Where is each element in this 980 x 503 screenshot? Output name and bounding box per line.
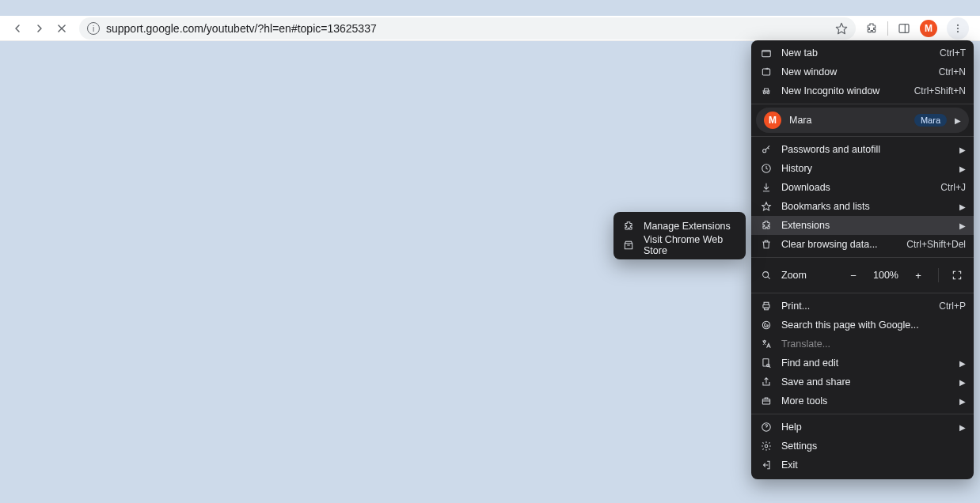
toolbar-divider (887, 21, 888, 36)
tab-icon (759, 47, 773, 59)
shortcut-text: Ctrl+T (940, 47, 966, 59)
shortcut-text: Ctrl+J (940, 182, 966, 193)
svg-point-12 (763, 149, 766, 153)
bookmark-star-icon[interactable] (835, 22, 848, 35)
side-panel-icon[interactable] (898, 22, 910, 35)
menu-more-tools[interactable]: More tools ▶ (751, 391, 974, 410)
chevron-right-icon: ▶ (959, 146, 966, 154)
menu-item-label: Settings (781, 441, 966, 452)
fullscreen-button[interactable] (948, 267, 966, 284)
menu-separator (751, 293, 974, 293)
menu-item-label: History (781, 163, 952, 174)
arrow-right-icon (33, 22, 46, 35)
extensions-submenu: Manage Extensions Visit Chrome Web Store (613, 212, 746, 259)
address-bar[interactable]: i support.google.com/youtubetv/?hl=en#to… (79, 17, 856, 40)
menu-passwords[interactable]: Passwords and autofill ▶ (751, 140, 974, 159)
svg-rect-15 (763, 304, 769, 308)
svg-point-11 (767, 92, 769, 94)
menu-item-label: Exit (781, 460, 966, 471)
forward-button[interactable] (28, 17, 51, 40)
chevron-right-icon: ▶ (955, 116, 961, 125)
site-info-icon[interactable]: i (87, 22, 100, 35)
menu-separator (751, 104, 974, 104)
svg-rect-17 (763, 359, 769, 366)
menu-item-label: Extensions (781, 220, 952, 231)
svg-point-21 (765, 444, 768, 448)
chevron-right-icon: ▶ (959, 423, 966, 432)
translate-icon (759, 338, 773, 350)
shortcut-text: Ctrl+Shift+N (914, 85, 966, 96)
star-icon (759, 201, 773, 212)
menu-zoom: Zoom − 100% + (751, 261, 974, 289)
submenu-web-store[interactable]: Visit Chrome Web Store (613, 236, 746, 255)
menu-item-label: Find and edit (781, 357, 952, 369)
puzzle-icon (759, 220, 773, 231)
zoom-out-button[interactable]: − (845, 267, 862, 284)
shortcut-text: Ctrl+N (939, 66, 966, 78)
zoom-controls: − 100% + (845, 267, 966, 284)
menu-separator (751, 257, 974, 258)
menu-downloads[interactable]: Downloads Ctrl+J (751, 178, 974, 197)
svg-marker-13 (762, 202, 771, 210)
svg-point-5 (957, 25, 959, 26)
menu-print[interactable]: Print... Ctrl+P (751, 297, 974, 316)
menu-new-window[interactable]: New window Ctrl+N (751, 62, 974, 81)
stop-button[interactable] (51, 17, 73, 40)
google-icon (759, 320, 773, 331)
puzzle-icon (621, 221, 636, 232)
extensions-icon[interactable] (865, 22, 878, 35)
svg-point-10 (763, 92, 765, 94)
svg-rect-9 (762, 69, 769, 75)
svg-rect-19 (762, 399, 769, 404)
menu-item-label: Print... (781, 301, 931, 312)
history-icon (759, 163, 773, 174)
menu-find-edit[interactable]: Find and edit ▶ (751, 354, 974, 373)
printer-icon (759, 301, 773, 312)
menu-profile[interactable]: M Mara Mara ▶ (756, 108, 969, 133)
document-search-icon (759, 357, 773, 369)
zoom-in-button[interactable]: + (910, 267, 927, 284)
profile-name: Mara (789, 115, 906, 126)
zoom-value: 100% (870, 270, 902, 281)
chevron-right-icon: ▶ (959, 359, 966, 368)
menu-separator (751, 414, 974, 414)
svg-rect-8 (762, 51, 771, 57)
submenu-item-label: Manage Extensions (644, 221, 738, 232)
arrow-left-icon (11, 22, 24, 35)
menu-item-label: Passwords and autofill (781, 144, 952, 155)
menu-search-page[interactable]: Search this page with Google... (751, 316, 974, 335)
menu-button[interactable] (947, 17, 969, 40)
menu-extensions[interactable]: Extensions ▶ (751, 216, 974, 235)
profile-avatar[interactable]: M (920, 20, 937, 37)
menu-bookmarks[interactable]: Bookmarks and lists ▶ (751, 197, 974, 216)
svg-point-7 (957, 31, 959, 32)
magnifier-icon (759, 270, 773, 281)
close-icon (56, 23, 67, 34)
menu-item-label: More tools (781, 395, 952, 407)
svg-point-14 (763, 272, 769, 278)
chevron-right-icon: ▶ (959, 378, 966, 387)
menu-save-share[interactable]: Save and share ▶ (751, 373, 974, 391)
menu-history[interactable]: History ▶ (751, 159, 974, 178)
menu-help[interactable]: Help ▶ (751, 418, 974, 437)
store-icon (621, 240, 636, 251)
svg-marker-2 (836, 23, 846, 33)
shortcut-text: Ctrl+P (939, 301, 966, 312)
toolbox-icon (759, 395, 773, 407)
submenu-item-label: Visit Chrome Web Store (644, 234, 738, 256)
gear-icon (759, 441, 773, 452)
shortcut-text: Ctrl+Shift+Del (906, 239, 966, 250)
menu-clear-data[interactable]: Clear browsing data... Ctrl+Shift+Del (751, 235, 974, 254)
menu-new-incognito[interactable]: New Incognito window Ctrl+Shift+N (751, 81, 974, 100)
menu-settings[interactable]: Settings (751, 437, 974, 456)
menu-new-tab[interactable]: New tab Ctrl+T (751, 43, 974, 62)
chevron-right-icon: ▶ (959, 202, 966, 211)
chevron-right-icon: ▶ (959, 221, 966, 230)
menu-item-label: Translate... (781, 338, 966, 350)
download-icon (759, 182, 773, 193)
submenu-manage-extensions[interactable]: Manage Extensions (613, 217, 746, 236)
back-button[interactable] (6, 17, 28, 40)
menu-exit[interactable]: Exit (751, 456, 974, 475)
chevron-right-icon: ▶ (959, 165, 966, 173)
zoom-label: Zoom (781, 270, 837, 281)
